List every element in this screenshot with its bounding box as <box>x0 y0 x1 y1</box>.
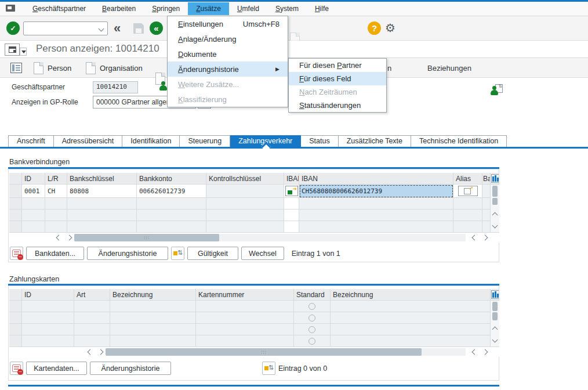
cards-row-selector[interactable] <box>9 324 22 335</box>
cards-col-bezeichnung[interactable]: Bezeichnung <box>110 289 196 301</box>
sort-icon[interactable] <box>171 247 184 260</box>
scroll-right-icon[interactable] <box>480 233 490 242</box>
bank-row-selector[interactable] <box>9 221 22 233</box>
scroll-left-icon[interactable] <box>85 348 95 356</box>
bank-col-bankschluessel[interactable]: Bankschlüssel <box>67 173 137 185</box>
bank-col-lr[interactable]: L/R <box>45 173 67 185</box>
cards-row-selector[interactable] <box>9 301 22 312</box>
tab-anschrift[interactable]: Anschrift <box>8 135 54 147</box>
bank-cell-bankschluessel[interactable]: 80808 <box>67 185 137 198</box>
bank-row-selector[interactable] <box>9 185 22 198</box>
clipped-button-label[interactable]: n <box>387 64 391 73</box>
cards-vscrollbar-down[interactable] <box>491 335 499 347</box>
bank-col-iban[interactable]: IBAN <box>299 173 453 185</box>
bank-vscrollbar-mid[interactable] <box>491 198 499 210</box>
worklist-icon[interactable] <box>10 63 22 73</box>
kartendaten-button[interactable]: Kartendaten... <box>26 362 87 375</box>
bankdaten-button[interactable]: Bankdaten... <box>26 247 84 260</box>
bank-row-selector[interactable] <box>9 198 22 210</box>
wechsel-button[interactable]: Wechsel <box>241 247 284 260</box>
back-button[interactable]: « <box>114 22 121 35</box>
menuitem-dokumente[interactable]: Dokumente <box>168 46 288 62</box>
bank-cell-lr[interactable]: CH <box>45 185 67 198</box>
bank-cell-bankkonto[interactable]: 006626012739 <box>137 185 206 198</box>
command-field[interactable] <box>23 21 108 35</box>
enter-button[interactable]: ✓ <box>6 21 20 35</box>
scroll-right-icon[interactable] <box>95 348 106 356</box>
bank-cell-iban-selected[interactable]: CH5680808006626012739 <box>299 185 453 198</box>
scroll-right-icon[interactable] <box>64 233 74 242</box>
bank-cell-kontrollschluessel[interactable] <box>206 185 284 198</box>
tab-zusaetzliche-texte[interactable]: Zusätzliche Texte <box>339 135 411 147</box>
standard-radio[interactable] <box>308 338 315 345</box>
menu-hilfe[interactable]: Hilfe <box>307 2 337 15</box>
cards-select-all-cell[interactable] <box>9 289 22 301</box>
tab-adressuebersicht[interactable]: Adressübersicht <box>54 135 123 147</box>
bank-cell-id[interactable]: 0001 <box>22 185 45 198</box>
menu-springen[interactable]: Springen <box>144 2 188 15</box>
menu-zusaetze[interactable]: Zusätze <box>188 2 229 15</box>
cards-hscrollbar[interactable]: ∶∶∶ <box>9 347 499 357</box>
menu-bearbeiten[interactable]: Bearbeiten <box>94 2 144 15</box>
tab-identifikation[interactable]: Identifikation <box>122 135 180 147</box>
help-icon[interactable]: ? <box>368 21 381 35</box>
cards-row-selector[interactable] <box>9 312 22 324</box>
cards-col-bezeichnung2[interactable]: Bezeichnung <box>331 289 491 301</box>
bank-row-selector[interactable] <box>9 210 22 221</box>
cards-vscrollbar-mid[interactable] <box>491 312 499 324</box>
bank-vscrollbar[interactable] <box>491 210 499 221</box>
gp-number-field[interactable]: 10014210 <box>93 81 138 93</box>
iban-detail-button[interactable] <box>285 186 298 196</box>
bank-select-all-cell[interactable] <box>9 173 22 185</box>
bank-vscrollbar-down[interactable] <box>491 221 499 233</box>
menu-geschaeftspartner[interactable]: Geschäftspartner <box>24 2 94 15</box>
menuitem-einstellungen[interactable]: Einstellungen Umsch+F8 <box>168 16 288 31</box>
scroll-left-icon[interactable] <box>469 348 480 356</box>
cards-col-standard[interactable]: Standard <box>294 289 331 301</box>
submenuitem-fuer-dieses-feld[interactable]: Für dieses Feld <box>289 72 386 85</box>
exit-button[interactable]: « <box>150 21 163 35</box>
customize-icon[interactable]: ⚙ <box>385 22 395 34</box>
organisation-button[interactable]: Organisation <box>86 62 143 74</box>
services-dropdown-icon[interactable] <box>20 48 27 56</box>
delete-row-icon[interactable] <box>10 362 23 375</box>
alias-button[interactable] <box>458 186 478 196</box>
delete-row-icon[interactable] <box>10 247 23 260</box>
cards-col-id[interactable]: ID <box>22 289 74 301</box>
gueltigkeit-button[interactable]: Gültigkeit <box>187 247 238 260</box>
bank-vscrollbar-top[interactable] <box>491 185 499 198</box>
cards-col-art[interactable]: Art <box>74 289 110 301</box>
standard-radio[interactable] <box>308 315 315 322</box>
bank-col-kontrollschluessel[interactable]: Kontrollschlüssel <box>206 173 284 185</box>
sort-icon[interactable] <box>262 362 275 375</box>
menuitem-aenderungshistorie[interactable]: Änderungshistorie ▶ <box>168 62 288 77</box>
submenuitem-fuer-diesen-partner[interactable]: Für diesen Partner <box>289 59 386 72</box>
bank-col-iban-btn[interactable]: IBAN <box>284 173 299 185</box>
cards-col-kartennummer[interactable]: Kartennummer <box>196 289 294 301</box>
tab-technische-identifikation[interactable]: Technische Identifikation <box>411 135 507 147</box>
chevron-down-icon[interactable] <box>99 26 104 31</box>
bank-col-bank-clipped[interactable]: Bank <box>482 173 491 185</box>
cards-aenderungshistorie-button[interactable]: Änderungshistorie <box>90 362 171 375</box>
scroll-right-icon[interactable] <box>480 348 490 356</box>
bank-col-alias[interactable]: Alias <box>453 173 482 185</box>
sap-screen-icon[interactable] <box>6 5 17 13</box>
beziehungen-button[interactable]: Beziehungen <box>427 64 471 73</box>
menu-system[interactable]: System <box>267 2 307 15</box>
bank-hscrollbar[interactable]: ∶∶∶ <box>9 233 499 243</box>
menuitem-anlage-aenderung[interactable]: Anlage/Änderung <box>168 31 288 46</box>
person-button[interactable]: Person <box>34 62 71 74</box>
tab-steuerung[interactable]: Steuerung <box>180 135 230 147</box>
standard-radio[interactable] <box>308 326 315 333</box>
submenuitem-statusaenderungen[interactable]: Statusänderungen <box>289 99 386 112</box>
scroll-left-icon[interactable] <box>469 233 480 242</box>
table-settings-icon[interactable] <box>491 290 499 299</box>
scroll-left-icon[interactable] <box>53 233 64 242</box>
bank-col-bankkonto[interactable]: Bankkonto <box>137 173 206 185</box>
cards-vscrollbar-top[interactable] <box>491 301 499 312</box>
cards-vscrollbar-up[interactable] <box>491 324 499 335</box>
standard-radio[interactable] <box>308 303 315 310</box>
table-settings-icon[interactable] <box>491 174 499 183</box>
menu-umfeld[interactable]: Umfeld <box>229 2 267 15</box>
cards-row-selector[interactable] <box>9 335 22 347</box>
